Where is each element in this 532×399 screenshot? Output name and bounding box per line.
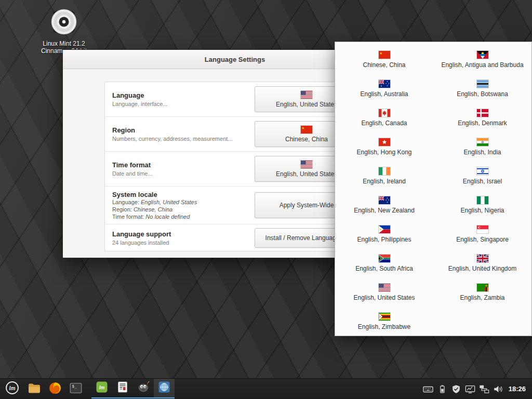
cd-disc-icon: [49, 7, 78, 38]
language-option-english-denmark[interactable]: English, Denmark: [433, 103, 531, 132]
button-label: English, United States: [276, 170, 337, 178]
language-option-english-singapore[interactable]: English, Singapore: [433, 220, 531, 249]
taskbar-window-language-settings[interactable]: [154, 379, 175, 398]
doc-icon: [116, 381, 129, 395]
locale-icon: [158, 381, 170, 395]
language-option-label: English, Zambia: [460, 294, 504, 301]
gimp-icon: [137, 380, 150, 395]
language-option-english-nigeria[interactable]: English, Nigeria: [433, 191, 531, 220]
language-option-english-antigua-and-barbuda[interactable]: English, Antigua and Barbuda: [433, 45, 531, 74]
language-option-label: English, Israel: [463, 178, 502, 185]
language-option-label: English, Denmark: [458, 119, 507, 127]
language-option-english-philippines[interactable]: English, Philippines: [335, 220, 433, 249]
language-option-english-botswana[interactable]: English, Botswana: [433, 74, 531, 103]
volume-tray-icon[interactable]: [493, 384, 503, 394]
flag-in-icon: [477, 138, 488, 146]
system-locale-detail: Time format:No locale defined: [112, 213, 197, 220]
keyboard-tray-icon[interactable]: [423, 384, 433, 394]
taskbar-window-gimp[interactable]: [133, 379, 154, 398]
terminal-launcher[interactable]: $_: [65, 379, 86, 399]
settings-row-language-support: Language support24 languages installedIn…: [105, 224, 366, 251]
shield-tray-icon[interactable]: [451, 384, 461, 394]
setting-title: Language: [112, 91, 167, 99]
language-option-label: English, Hong Kong: [356, 149, 411, 156]
flag-hk-icon: [379, 138, 390, 146]
flag-zm-icon: [477, 284, 488, 291]
language-option-english-zambia[interactable]: English, Zambia: [433, 278, 531, 307]
folder-icon: [28, 381, 41, 397]
language-option-english-united-states[interactable]: English, United States: [335, 278, 433, 307]
language-option-english-india[interactable]: English, India: [433, 132, 531, 162]
setting-title: Language support: [112, 230, 171, 238]
language-option-english-south-africa[interactable]: English, South Africa: [335, 249, 433, 278]
button-label: Chinese, China: [285, 136, 328, 143]
taskbar-launchers: $_: [24, 379, 86, 399]
system-locale-detail: Language:English, United States: [112, 198, 197, 206]
setting-title: Region: [112, 126, 233, 134]
network-tray-icon[interactable]: [479, 384, 489, 394]
files-launcher[interactable]: [24, 379, 45, 399]
settings-row-region: RegionNumbers, currency, addresses, meas…: [105, 117, 366, 152]
flag-ie-icon: [379, 167, 390, 175]
flag-ca-icon: [379, 109, 390, 117]
flag-za-icon: [379, 255, 390, 262]
firefox-icon: [48, 381, 62, 397]
language-options-grid: Chinese, ChinaEnglish, Antigua and Barbu…: [335, 42, 531, 336]
language-option-english-new-zealand[interactable]: English, New Zealand: [335, 191, 433, 220]
language-option-label: English, Singapore: [456, 236, 509, 243]
taskbar-clock: 18:26: [506, 385, 532, 393]
firefox-launcher[interactable]: [45, 379, 65, 399]
language-option-label: English, Canada: [361, 119, 407, 127]
svg-text:lm: lm: [99, 385, 105, 390]
settings-row-language: LanguageLanguage, interface...English, U…: [105, 82, 366, 117]
setting-text: Time formatDate and time...: [112, 161, 153, 177]
settings-row-time-format: Time formatDate and time...English, Unit…: [105, 152, 366, 187]
battery-tray-icon[interactable]: [437, 384, 447, 394]
language-option-label: English, Zimbabwe: [358, 323, 410, 330]
language-option-label: English, Australia: [360, 90, 408, 98]
system-monitor-tray-icon[interactable]: [465, 384, 475, 394]
language-option-label: English, Botswana: [457, 90, 508, 98]
flag-gb-icon: [477, 255, 488, 262]
language-option-label: Chinese, China: [363, 61, 405, 69]
mint-menu-button[interactable]: lm: [0, 379, 24, 399]
language-option-english-zimbabwe[interactable]: English, Zimbabwe: [335, 307, 433, 336]
flag-us-icon: [301, 161, 312, 168]
language-option-label: English, India: [463, 149, 501, 156]
svg-text:$_: $_: [72, 384, 77, 389]
language-option-label: English, Nigeria: [460, 207, 504, 214]
taskbar-window-document[interactable]: [112, 379, 133, 398]
flag-us-icon: [379, 284, 390, 291]
taskbar-window-software-manager[interactable]: lm: [91, 379, 112, 398]
language-option-english-australia[interactable]: English, Australia: [335, 74, 433, 103]
mint-icon: lm: [96, 381, 108, 395]
setting-title: System locale: [112, 191, 197, 198]
button-label: Apply System-Wide: [280, 202, 334, 209]
taskbar: lm $_ lm 18:26: [0, 378, 532, 399]
flag-nz-icon: [379, 196, 390, 204]
settings-list: LanguageLanguage, interface...English, U…: [104, 82, 366, 251]
language-option-english-ireland[interactable]: English, Ireland: [335, 162, 433, 191]
language-option-english-united-kingdom[interactable]: English, United Kingdom: [433, 249, 531, 278]
taskbar-window-list: lm: [91, 379, 175, 399]
language-option-chinese-china[interactable]: Chinese, China: [335, 45, 433, 74]
flag-cn-icon: [301, 126, 312, 134]
language-option-english-hong-kong[interactable]: English, Hong Kong: [335, 132, 433, 162]
flag-sg-icon: [477, 225, 488, 233]
language-option-english-israel[interactable]: English, Israel: [433, 162, 531, 191]
setting-subtitle: Language, interface...: [112, 101, 167, 107]
language-option-label: English, United States: [353, 294, 415, 301]
language-option-label: English, Philippines: [357, 236, 411, 243]
setting-subtitle: Date and time...: [112, 170, 153, 177]
language-option-label: English, United Kingdom: [448, 265, 516, 272]
flag-bw-icon: [477, 80, 488, 88]
system-locale-detail: Region:Chinese, China: [112, 206, 197, 213]
setting-subtitle: 24 languages installed: [112, 240, 171, 246]
language-option-english-canada[interactable]: English, Canada: [335, 103, 433, 132]
language-dropdown-menu: Chinese, ChinaEnglish, Antigua and Barbu…: [335, 42, 532, 336]
setting-text: System localeLanguage:English, United St…: [112, 191, 197, 220]
language-option-label: English, Antigua and Barbuda: [441, 61, 523, 69]
desktop-icon-linux-mint[interactable]: Linux Mint 21.2 Cinnamon 64-bit: [34, 7, 94, 55]
settings-row-system-locale: System localeLanguage:English, United St…: [105, 187, 366, 224]
flag-au-icon: [379, 80, 390, 88]
